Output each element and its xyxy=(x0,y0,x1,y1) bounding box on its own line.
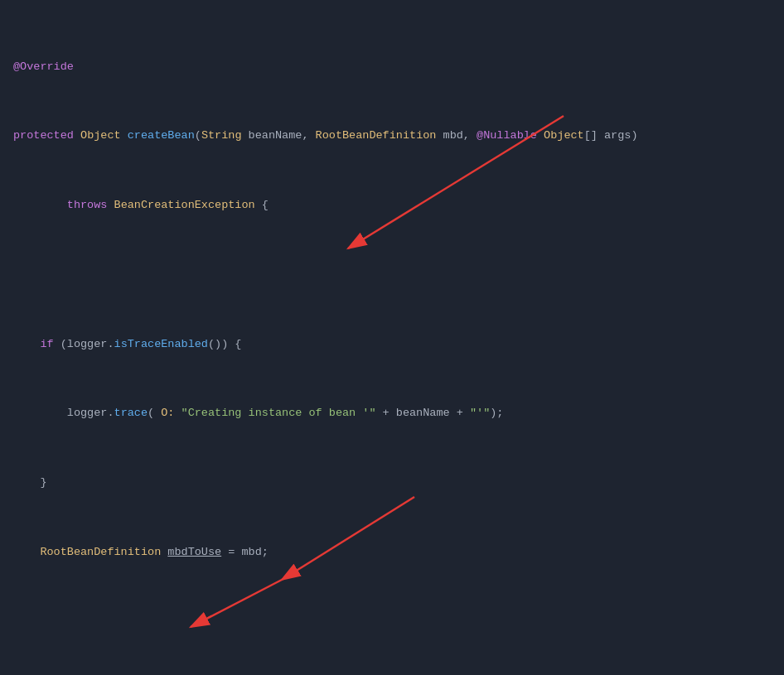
code-line-5: if (logger.isTraceEnabled()) { xyxy=(13,336,771,354)
code-line-9 xyxy=(13,613,771,630)
code-line-4 xyxy=(13,267,771,284)
code-editor: @Override protected Object createBean(St… xyxy=(0,0,784,675)
code-line-1: @Override xyxy=(13,59,771,76)
code-line-6: logger.trace( O: "Creating instance of b… xyxy=(13,405,771,422)
code-line-2: protected Object createBean(String beanN… xyxy=(13,128,771,145)
code-line-8: RootBeanDefinition mbdToUse = mbd; xyxy=(13,544,771,562)
svg-line-2 xyxy=(282,497,414,580)
code-line-3: throws BeanCreationException { xyxy=(13,197,771,215)
code-line-7: } xyxy=(13,475,771,492)
